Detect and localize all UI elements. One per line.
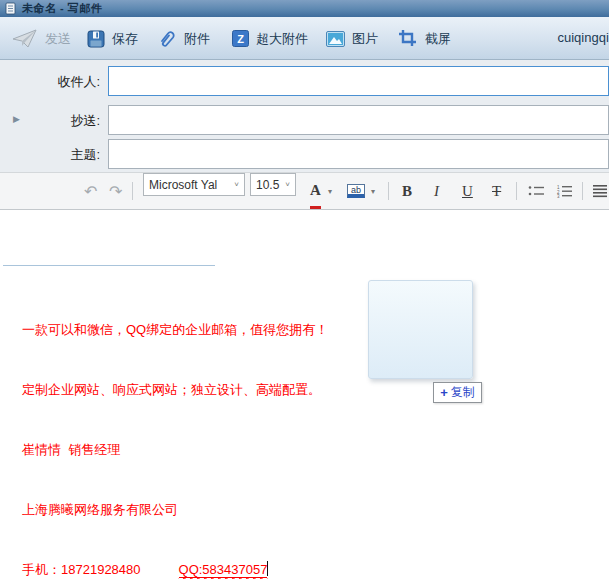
window-title: 未命名 - 写邮件: [22, 1, 102, 16]
numbered-list-button[interactable]: 1 2 3: [556, 173, 573, 209]
bullet-list-button[interactable]: [528, 173, 545, 209]
divider: [582, 182, 583, 200]
chevron-down-icon: ˅: [234, 180, 239, 189]
send-button[interactable]: 发送: [8, 23, 75, 54]
attach-label: 附件: [184, 30, 210, 48]
recipient-label: 收件人:: [0, 73, 100, 91]
font-color-dropdown-icon[interactable]: ▾: [328, 173, 332, 209]
highlight-dropdown-icon[interactable]: ▾: [371, 173, 375, 209]
divider: [388, 182, 389, 200]
super-attach-z-icon: Z: [232, 30, 249, 47]
signature-separator: [3, 265, 215, 266]
cc-input[interactable]: [108, 105, 609, 135]
font-family-value: Microsoft Yal: [149, 178, 217, 192]
send-icon: [12, 29, 38, 49]
titlebar: 未命名 - 写邮件: [0, 0, 609, 17]
main-toolbar: 发送 保存 附件: [0, 17, 609, 60]
format-toolbar: ↶ ↷ Microsoft Yal ˅ 10.5 ˅ A ▾ ab ▾ B I …: [0, 172, 609, 210]
screenshot-button[interactable]: 截屏: [394, 23, 455, 54]
message-body-editor[interactable]: 一款可以和微信，QQ绑定的企业邮箱，值得您拥有！ 定制企业网站、响应式网站；独立…: [0, 210, 609, 579]
image-label: 图片: [352, 30, 378, 48]
font-color-button[interactable]: A: [310, 173, 321, 209]
plus-icon: +: [440, 386, 448, 399]
underline-button[interactable]: U: [462, 173, 473, 209]
image-icon: [326, 31, 345, 47]
image-button[interactable]: 图片: [322, 23, 382, 54]
highlight-button[interactable]: ab: [347, 173, 365, 209]
subject-input[interactable]: [108, 139, 609, 169]
copy-label: 复制: [451, 384, 475, 401]
attach-button[interactable]: 附件: [153, 23, 214, 54]
font-family-select[interactable]: Microsoft Yal ˅: [143, 173, 245, 196]
save-button[interactable]: 保存: [83, 23, 142, 54]
super-attach-label: 超大附件: [256, 30, 308, 48]
svg-text:3: 3: [557, 194, 560, 198]
strikethrough-button[interactable]: T: [492, 173, 501, 209]
copy-button[interactable]: + 复制: [433, 382, 482, 403]
account-name[interactable]: cuiqingqin: [557, 30, 609, 45]
signature-line: 定制企业网站、响应式网站；独立设计、高端配置。: [22, 380, 341, 400]
signature-line: 上海腾曦网络服务有限公司: [22, 500, 341, 520]
document-icon: [5, 2, 16, 15]
bold-button[interactable]: B: [402, 173, 412, 209]
divider: [516, 182, 517, 200]
italic-button[interactable]: I: [434, 173, 439, 209]
recipient-row: 收件人:: [0, 66, 609, 96]
divider: [132, 182, 133, 200]
subject-label: 主题:: [0, 146, 100, 164]
cc-row: ▶ 抄送:: [0, 105, 609, 135]
signature-line: 崔情情 销售经理: [22, 440, 341, 460]
send-label: 发送: [45, 30, 71, 48]
save-icon: [87, 30, 105, 48]
chevron-down-icon: ˅: [285, 180, 290, 189]
undo-button[interactable]: ↶: [84, 173, 97, 209]
phone-text: 手机：18721928480: [22, 562, 141, 577]
save-label: 保存: [112, 30, 138, 48]
redo-button[interactable]: ↷: [109, 173, 122, 209]
signature-text: 一款可以和微信，QQ绑定的企业邮箱，值得您拥有！ 定制企业网站、响应式网站；独立…: [22, 280, 341, 579]
font-size-value: 10.5: [256, 178, 279, 192]
crop-screenshot-icon: [398, 29, 418, 48]
text-cursor: [267, 561, 268, 576]
cc-label: 抄送:: [0, 112, 100, 130]
super-attach-button[interactable]: Z 超大附件: [228, 23, 312, 54]
header-fields: 收件人: ▶ 抄送: 主题:: [0, 60, 609, 172]
qq-number-link[interactable]: QQ:583437057: [179, 562, 268, 578]
font-size-select[interactable]: 10.5 ˅: [250, 173, 296, 196]
paperclip-icon: [157, 29, 177, 49]
signature-line: 一款可以和微信，QQ绑定的企业邮箱，值得您拥有！: [22, 320, 341, 340]
screenshot-label: 截屏: [425, 30, 451, 48]
svg-text:Z: Z: [237, 33, 244, 45]
subject-row: 主题:: [0, 139, 609, 169]
highlight-ab-icon: ab: [347, 184, 365, 198]
floating-preview-panel: [368, 280, 473, 379]
recipient-input[interactable]: [108, 66, 609, 96]
align-justify-button[interactable]: [593, 173, 607, 209]
compose-mail-window: 未命名 - 写邮件 发送 保存: [0, 0, 609, 579]
signature-line-phone: 手机：18721928480QQ:583437057: [22, 560, 341, 579]
